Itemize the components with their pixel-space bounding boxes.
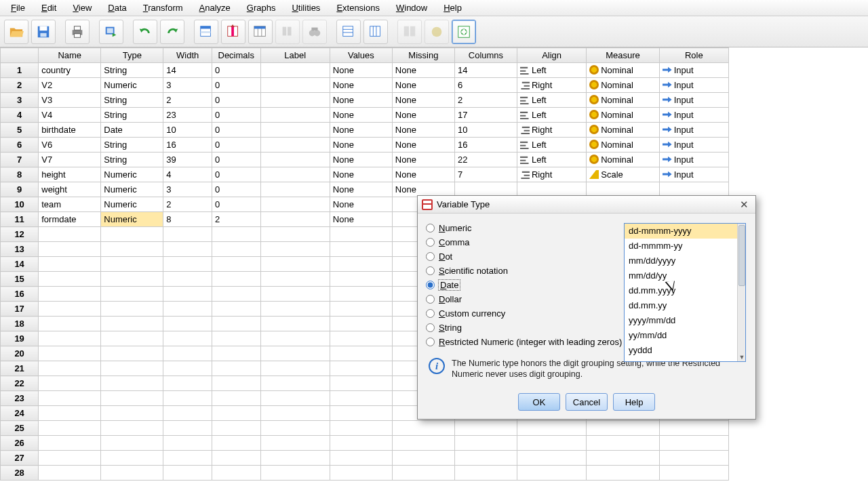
empty-cell[interactable] [260, 451, 330, 466]
cell-name[interactable]: weight [39, 182, 101, 197]
row-header[interactable]: 4 [1, 108, 39, 123]
cell-values[interactable]: None [330, 212, 392, 227]
cell-name[interactable]: country [39, 63, 101, 78]
row-header[interactable]: 12 [1, 227, 39, 242]
empty-cell[interactable] [101, 466, 163, 481]
cell-columns[interactable]: 16 [454, 138, 517, 152]
empty-cell[interactable] [330, 421, 392, 436]
empty-cell[interactable] [260, 317, 330, 331]
cell-measure[interactable]: Nominal [587, 63, 659, 78]
cell-name[interactable]: V3 [39, 93, 101, 108]
empty-cell[interactable] [163, 317, 212, 331]
empty-cell[interactable] [260, 331, 330, 346]
menu-edit[interactable]: Edit [33, 3, 64, 13]
empty-cell[interactable] [517, 421, 586, 436]
row-header[interactable]: 10 [1, 197, 39, 212]
empty-cell[interactable] [101, 227, 163, 242]
empty-cell[interactable] [163, 257, 212, 272]
cell-decimals[interactable]: 0 [212, 108, 260, 123]
empty-cell[interactable] [260, 287, 330, 302]
row-header[interactable]: 13 [1, 242, 39, 257]
row-header[interactable]: 8 [1, 167, 39, 182]
row-header[interactable]: 26 [1, 436, 39, 451]
cell-type[interactable]: String [101, 63, 163, 78]
date-format-option[interactable]: mm/dd/yyyy [625, 253, 745, 268]
cell-label[interactable] [260, 212, 330, 227]
empty-cell[interactable] [39, 331, 101, 346]
cell-role[interactable]: Input [659, 108, 728, 123]
empty-cell[interactable] [517, 436, 586, 451]
menu-analyze[interactable]: Analyze [191, 3, 239, 13]
empty-cell[interactable] [39, 376, 101, 391]
ok-button[interactable]: OK [518, 393, 560, 411]
empty-cell[interactable] [39, 287, 101, 302]
cell-width[interactable]: 14 [163, 63, 212, 78]
row-header[interactable]: 20 [1, 346, 39, 361]
cell-type[interactable]: String [101, 93, 163, 108]
empty-cell[interactable] [212, 331, 260, 346]
empty-cell[interactable] [101, 287, 163, 302]
empty-cell[interactable] [260, 242, 330, 257]
empty-cell[interactable] [330, 436, 392, 451]
row-header[interactable]: 18 [1, 317, 39, 331]
cell-columns[interactable]: 14 [454, 63, 517, 78]
empty-cell[interactable] [212, 391, 260, 406]
cell-label[interactable] [260, 138, 330, 152]
row-header[interactable]: 14 [1, 257, 39, 272]
cell-decimals[interactable]: 0 [212, 138, 260, 152]
cell-name[interactable]: V6 [39, 138, 101, 152]
cell-label[interactable] [260, 93, 330, 108]
cell-columns[interactable]: 7 [454, 167, 517, 182]
cell-align[interactable]: Right [517, 123, 586, 138]
insert-cases-icon[interactable] [336, 20, 361, 44]
empty-cell[interactable] [330, 287, 392, 302]
empty-cell[interactable] [260, 391, 330, 406]
empty-cell[interactable] [260, 227, 330, 242]
empty-cell[interactable] [330, 466, 392, 481]
empty-cell[interactable] [163, 391, 212, 406]
cell-align[interactable]: Left [517, 138, 586, 152]
cell-role[interactable]: Input [659, 78, 728, 93]
column-header-type[interactable]: Type [101, 48, 163, 63]
goto-variable-icon[interactable] [221, 20, 245, 44]
empty-cell[interactable] [212, 302, 260, 317]
column-header-values[interactable]: Values [330, 48, 392, 63]
menu-window[interactable]: Window [388, 3, 435, 13]
empty-cell[interactable] [587, 436, 659, 451]
cell-type[interactable]: String [101, 138, 163, 152]
cell-name[interactable]: team [39, 197, 101, 212]
variables-icon[interactable] [248, 20, 273, 44]
scroll-thumb[interactable] [738, 225, 745, 286]
empty-cell[interactable] [101, 302, 163, 317]
empty-cell[interactable] [212, 346, 260, 361]
empty-cell[interactable] [212, 361, 260, 376]
empty-cell[interactable] [330, 376, 392, 391]
row-header[interactable]: 1 [1, 63, 39, 78]
empty-cell[interactable] [163, 302, 212, 317]
cell-type[interactable]: String [101, 108, 163, 123]
empty-cell[interactable] [163, 242, 212, 257]
empty-cell[interactable] [330, 361, 392, 376]
column-header-label[interactable]: Label [260, 48, 330, 63]
cell-name[interactable]: V2 [39, 78, 101, 93]
row-header[interactable]: 19 [1, 331, 39, 346]
date-format-option[interactable]: dd-mmmm-yy [625, 239, 745, 253]
corner-cell[interactable] [1, 48, 39, 63]
empty-cell[interactable] [163, 466, 212, 481]
empty-cell[interactable] [212, 257, 260, 272]
scrollbar[interactable]: ▲ ▼ [737, 224, 745, 361]
row-header[interactable]: 27 [1, 451, 39, 466]
column-header-width[interactable]: Width [163, 48, 212, 63]
cell-values[interactable]: None [330, 123, 392, 138]
cell-name[interactable]: formdate [39, 212, 101, 227]
cell-decimals[interactable]: 2 [212, 212, 260, 227]
date-format-list[interactable]: dd-mmmm-yyyydd-mmmm-yymm/dd/yyyymm/dd/yy… [624, 223, 746, 362]
empty-cell[interactable] [454, 466, 517, 481]
empty-cell[interactable] [101, 257, 163, 272]
empty-cell[interactable] [454, 421, 517, 436]
cell-measure[interactable]: Scale [587, 167, 659, 182]
empty-cell[interactable] [39, 227, 101, 242]
empty-cell[interactable] [39, 466, 101, 481]
empty-cell[interactable] [101, 391, 163, 406]
cell-label[interactable] [260, 123, 330, 138]
